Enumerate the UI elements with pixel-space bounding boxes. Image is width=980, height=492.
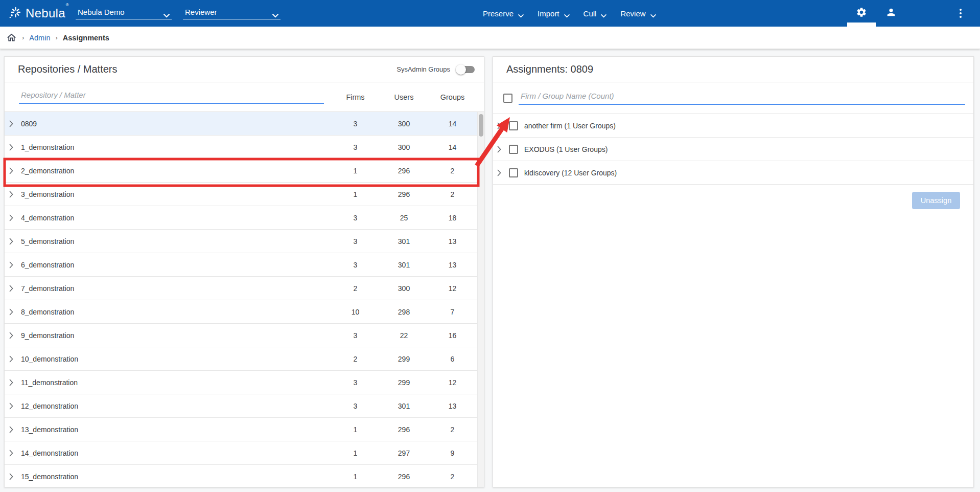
groups-count: 12 [428,284,477,293]
expand-chevron-icon[interactable] [497,122,505,129]
firms-count: 2 [331,284,380,293]
repository-row[interactable]: 15_demonstration 1 296 2 [5,465,484,487]
repository-row[interactable]: 1_demonstration 3 300 14 [5,136,484,159]
repository-table-body: 0809 3 300 14 1_demonstration 3 300 14 2… [5,112,484,487]
firms-count: 3 [331,402,380,410]
top-navbar: Nebula® Nebula Demo Reviewer Preserve Im… [0,0,980,27]
groups-count: 6 [428,355,477,363]
repository-row[interactable]: 8_demonstration 10 298 7 [5,300,484,324]
assignment-row[interactable]: another firm (1 User Groups) [493,114,973,138]
expand-chevron-icon[interactable] [9,143,17,151]
assignment-checkbox[interactable] [509,168,518,177]
expand-chevron-icon[interactable] [9,331,17,339]
firms-count: 1 [331,449,380,457]
menu-preserve[interactable]: Preserve [483,9,524,18]
role-selector[interactable]: Reviewer [183,8,281,19]
expand-chevron-icon[interactable] [9,284,17,292]
repository-row[interactable]: 11_demonstration 3 299 12 [5,371,484,394]
column-header-users: Users [380,93,428,101]
repository-row[interactable]: 5_demonstration 3 301 13 [5,230,484,253]
repository-row[interactable]: 10_demonstration 2 299 6 [5,347,484,371]
expand-chevron-icon[interactable] [9,214,17,221]
expand-chevron-icon[interactable] [9,237,17,245]
expand-chevron-icon[interactable] [9,120,17,127]
firm-group-search-input[interactable] [519,92,965,105]
assignment-row[interactable]: kldiscovery (12 User Groups) [493,161,973,185]
repository-row[interactable]: 13_demonstration 1 296 2 [5,418,484,441]
users-count: 296 [380,426,428,434]
expand-chevron-icon[interactable] [9,473,17,480]
brand-name: Nebula® [26,6,68,20]
repository-name: 2_demonstration [21,167,74,175]
repository-row[interactable]: 12_demonstration 3 301 13 [5,394,484,418]
expand-chevron-icon[interactable] [9,355,17,363]
groups-count: 14 [428,120,477,128]
expand-chevron-icon[interactable] [9,261,17,269]
chevron-down-icon [650,11,657,15]
chevron-down-icon [564,11,570,15]
users-count: 301 [380,402,428,410]
breadcrumb-admin[interactable]: Admin [29,34,50,42]
repository-row[interactable]: 7_demonstration 2 300 12 [5,277,484,300]
select-all-checkbox[interactable] [503,94,512,103]
expand-chevron-icon[interactable] [497,145,505,153]
expand-chevron-icon[interactable] [9,426,17,433]
users-count: 25 [380,214,428,222]
account-button[interactable] [880,0,902,27]
menu-import[interactable]: Import [538,9,570,18]
groups-count: 2 [428,426,477,434]
kebab-dot [960,9,962,11]
expand-chevron-icon[interactable] [9,308,17,316]
repository-row[interactable]: 4_demonstration 3 25 18 [5,206,484,230]
repository-row[interactable]: 14_demonstration 1 297 9 [5,441,484,465]
assignments-title: Assignments: 0809 [506,63,593,75]
groups-count: 2 [428,473,477,481]
assignment-row[interactable]: EXODUS (1 User Groups) [493,138,973,161]
menu-review[interactable]: Review [620,9,656,18]
repository-search-input[interactable] [19,91,324,104]
expand-chevron-icon[interactable] [9,449,17,457]
repository-row[interactable]: 0809 3 300 14 [5,112,484,136]
assignment-checkbox[interactable] [509,145,518,154]
expand-chevron-icon[interactable] [497,169,505,176]
repository-row[interactable]: 3_demonstration 1 296 2 [5,183,484,206]
groups-count: 16 [428,331,477,340]
expand-chevron-icon[interactable] [9,190,17,198]
scrollbar-thumb[interactable] [479,114,483,137]
left-panel-scrollbar[interactable] [477,112,484,487]
groups-count: 2 [428,190,477,198]
users-count: 299 [380,355,428,363]
sysadmin-groups-toggle[interactable] [457,66,475,73]
menu-cull[interactable]: Cull [584,9,608,18]
repository-row[interactable]: 6_demonstration 3 301 13 [5,253,484,277]
more-menu-button[interactable] [954,0,967,27]
groups-count: 13 [428,237,477,245]
main-menu: Preserve Import Cull Review [483,0,657,27]
repository-row[interactable]: 2_demonstration 1 296 2 [5,159,484,183]
breadcrumb-separator: › [22,34,24,41]
repository-name: 13_demonstration [21,426,78,434]
users-count: 296 [380,190,428,198]
users-count: 296 [380,167,428,175]
navbar-icons [850,0,967,27]
assignment-checkbox[interactable] [509,121,518,130]
repository-name: 4_demonstration [21,214,74,222]
repositories-panel: Repositories / Matters SysAdmin Groups F… [4,56,484,487]
breadcrumb: › Admin › Assignments [0,27,980,49]
repository-name: 15_demonstration [21,473,78,481]
groups-count: 7 [428,308,477,316]
firm-group-name: kldiscovery (12 User Groups) [524,169,617,177]
expand-chevron-icon[interactable] [9,167,17,174]
repository-name: 12_demonstration [21,402,78,410]
unassign-button[interactable]: Unassign [912,192,960,209]
repositories-title: Repositories / Matters [18,63,118,75]
expand-chevron-icon[interactable] [9,402,17,410]
home-icon[interactable] [6,32,17,43]
groups-count: 12 [428,378,477,387]
project-selector[interactable]: Nebula Demo [76,8,172,19]
settings-button[interactable] [850,0,873,27]
expand-chevron-icon[interactable] [9,378,17,386]
repository-name: 7_demonstration [21,284,74,293]
repository-row[interactable]: 9_demonstration 3 22 16 [5,324,484,347]
firms-count: 3 [331,378,380,387]
